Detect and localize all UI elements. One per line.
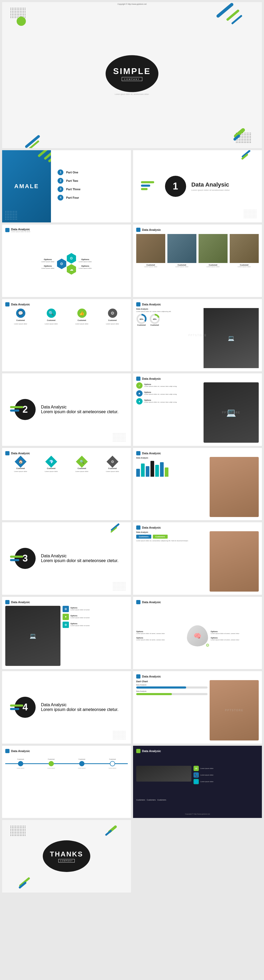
left-options: Options Lorem ipsum dolor sit amet, cons… xyxy=(136,631,184,641)
slide11-title: Data Analysic xyxy=(142,452,161,455)
header-icon xyxy=(5,228,10,232)
section-title: Data Analysic xyxy=(41,703,118,707)
diamond-item-4: ⚙ Customet Lorem ipsum dolor xyxy=(106,457,119,473)
header-icon xyxy=(5,600,10,604)
toc-num-1: 1 xyxy=(58,169,63,175)
opt-icon-2: ★ xyxy=(136,390,142,396)
timeline: Customet Lorem ipsum Customet Lorem ipsu… xyxy=(5,758,128,769)
slide-4-hex-options: Data Analysic Lorem ipsum dolor sit amet… xyxy=(2,224,131,297)
dots-br xyxy=(112,582,126,591)
slide17-content: Dart Chart Data Analysic Data Analysic P… xyxy=(136,680,259,740)
slide6-title: Data Analysic xyxy=(11,303,30,306)
toc-label-1: Part One xyxy=(66,171,78,174)
slide-12-section3: 3 Data Analysic Lorem ipsum dolor sit am… xyxy=(2,522,131,595)
icon-sub-4: Lorem ipsum dolor xyxy=(106,323,119,325)
dots-decoration-tl xyxy=(10,7,26,18)
diamond-item-1: 🏠 Customet Lorem ipsum dolor xyxy=(14,457,27,473)
diamond-sub-3: Lorem ipsum dolor xyxy=(75,470,88,473)
slide19-copyright: Copyright © http://www.pptstore.net xyxy=(136,813,259,815)
center-content: SIMPLE COMPANY Lorem ipsum dolor sit, am… xyxy=(106,55,158,95)
slide19-cust-row: Customers Customers Customers xyxy=(136,799,259,801)
customer-img-4 xyxy=(230,234,259,263)
accent-bars xyxy=(10,556,23,561)
opt-label-1: Options xyxy=(70,607,90,609)
opt-right-3: ⊕ Options Lorem ipsum dolor sit amet xyxy=(62,622,128,628)
contact-icon-email: ✉ xyxy=(194,766,199,771)
opt-row-1: ✓ Options Lorem ipsum dolor sit, consec … xyxy=(136,382,201,389)
diamond-sub-4: Lorem ipsum dolor xyxy=(106,470,119,473)
section-subtitle: Lorem ipsum dolor sit ameteonsee ctetur. xyxy=(41,409,118,414)
slide-10-diamond-icons: Data Analysic 🏠 Customet Lorem ipsum dol… xyxy=(2,448,131,520)
customer-sub-2: Lorem ipsum dolor xyxy=(175,266,189,267)
customer-img-2 xyxy=(167,234,197,263)
icon-label-4: Customet xyxy=(108,320,117,321)
section-title-block: Data Analysic Lorem ipsum dolor sit amet… xyxy=(191,181,230,191)
slide4-subtitle: Lorem ipsum dolor sit amet xyxy=(11,231,30,232)
toc-item-2: 2 Part Two xyxy=(58,178,124,184)
bar-2 xyxy=(141,463,145,477)
opt-row-3: ♦ Options Lorem ipsum dolor sit, consec … xyxy=(136,398,201,404)
slide17-header: Data Analysic xyxy=(136,675,259,679)
toc-label-4: Part Four xyxy=(66,196,79,199)
slide15-title: Data Analysic xyxy=(142,601,161,604)
slide-18-timeline: Data Analysic Customet Lorem ipsum Custo… xyxy=(2,746,131,818)
slide-14-options-right: Data Analysic 💻 ⊕ Options Lorem ipsum do… xyxy=(2,597,131,669)
slide11-right-img xyxy=(210,457,259,517)
slide-2-toc: AMALE 1 Part One 2 Part Two 3 Part Three… xyxy=(2,150,131,223)
slide13-left: Data Analysic Customers Customers Lorem … xyxy=(136,531,208,592)
thanks-title: THANKS xyxy=(50,850,83,858)
slide14-header: Data Analysic xyxy=(5,600,128,604)
slide14-content: 💻 ⊕ Options Lorem ipsum dolor sit amet ✦… xyxy=(5,606,128,666)
left-opt-1: Options Lorem ipsum dolor sit amet, cons… xyxy=(136,631,184,635)
opt-label-2: Options xyxy=(70,615,90,617)
bar-chart xyxy=(136,461,207,477)
slide10-header: Data Analysic xyxy=(5,451,128,455)
cust-buttons-row: Customers Customers xyxy=(136,535,208,539)
header-icon xyxy=(136,451,141,455)
right-opt-label-1: Options xyxy=(211,631,259,632)
bar-6 xyxy=(160,462,164,477)
slide19-header: Data Analysic xyxy=(136,749,259,753)
option-bl: Options Lorem ipsum dolor xyxy=(41,265,54,269)
slide-15-brain-gear: Data Analysic Options Lorem ipsum dolor … xyxy=(133,597,262,669)
bar-1 xyxy=(136,469,140,477)
customer-1: Customet Lorem ipsum dolor xyxy=(136,234,165,267)
slide6-header: Data Analysic xyxy=(5,302,128,307)
timeline-item-4: Customet Lorem ipsum xyxy=(97,758,128,769)
right-opt-desc-2: Lorem ipsum dolor sit amet, consec tetur xyxy=(211,639,259,641)
opt-right-2: ✦ Options Lorem ipsum dolor sit amet xyxy=(62,614,128,620)
slide5-title: Data Analysic xyxy=(142,228,161,231)
section-title: Data Analysic xyxy=(41,554,118,558)
customers-row: Customet Lorem ipsum dolor Customet Lore… xyxy=(136,234,259,267)
brain-gear-icon: 🧠 xyxy=(187,625,208,646)
watermark: PPTSTORE xyxy=(225,709,243,712)
slide-20-thanks: THANKS COMPANY xyxy=(2,820,131,892)
dots-br xyxy=(112,433,126,442)
slide17-left: Dart Chart Data Analysic Data Analysic xyxy=(136,680,208,740)
section-subtitle: Lorem ipsum dolor sit ameteonsee ctetur. xyxy=(41,707,118,712)
slide7-desc: Lorem ipsum dolor sit, conse ctetur adip… xyxy=(136,310,201,312)
bar-4 xyxy=(150,461,154,477)
customer-label-4: Customet xyxy=(240,264,248,266)
dart-label: Dart Chart xyxy=(136,680,208,683)
charts-row: 60% Customet 45% Customet xyxy=(136,313,201,326)
customer-label-2: Customet xyxy=(178,264,186,266)
customer-img-3 xyxy=(198,234,227,263)
progress-fill-2 xyxy=(136,693,172,695)
left-opt-label-1: Options xyxy=(136,631,184,632)
contact-icon-phone: 📞 xyxy=(194,772,199,778)
section-title-block: Data Analysic Lorem ipsum dolor sit amet… xyxy=(41,405,118,414)
slide-5-customers: Data Analysic Customet Lorem ipsum dolor… xyxy=(133,224,262,297)
timeline-item-2: Customet Lorem ipsum xyxy=(36,758,67,769)
timeline-dot-2 xyxy=(49,761,54,766)
hex-3: ☁ xyxy=(67,264,76,275)
section-subtitle: Lorem ipsum dolor sit ameteonsee ctetur. xyxy=(41,558,118,563)
icon-item-2: 🔍 Customet Lorem ipsum dolor xyxy=(45,309,58,325)
dots-tl xyxy=(10,825,26,836)
dots-br xyxy=(243,209,257,218)
slide15-content: Options Lorem ipsum dolor sit amet, cons… xyxy=(136,606,259,666)
company-label: COMPANY xyxy=(122,77,142,81)
slide-1: Copyright © http://www.pptstore.net SIMP… xyxy=(2,2,262,148)
customer-3: Customet Lorem ipsum dolor xyxy=(198,234,227,267)
cust-3: Customers xyxy=(157,799,166,801)
